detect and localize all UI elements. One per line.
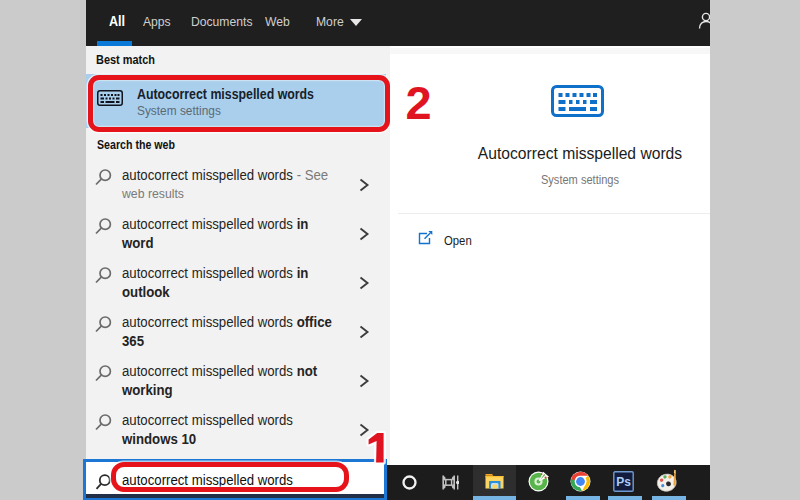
svg-text:Ps: Ps — [616, 475, 631, 489]
